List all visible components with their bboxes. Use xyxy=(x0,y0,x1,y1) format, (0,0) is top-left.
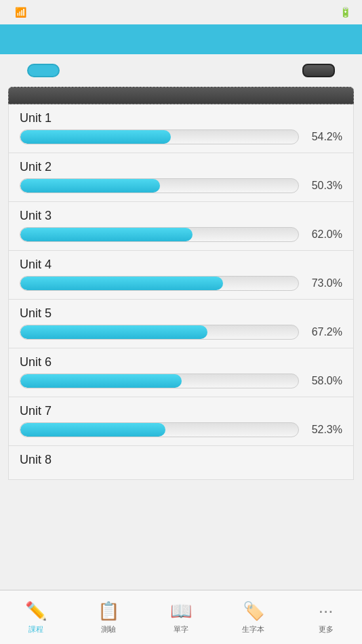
unit-name: Unit 8 xyxy=(20,453,342,467)
tab-item-more[interactable]: ···更多 xyxy=(306,601,346,635)
tab-bar: ✏️課程📋測驗📖單字🏷️生字本···更多 xyxy=(0,590,362,644)
list-item[interactable]: Unit 658.0% xyxy=(9,348,353,397)
reset-button[interactable] xyxy=(302,64,335,77)
unit-name: Unit 2 xyxy=(20,160,342,174)
list-item[interactable]: Unit 8 xyxy=(9,446,353,479)
list-item[interactable]: Unit 567.2% xyxy=(9,300,353,348)
progress-bar-fill xyxy=(20,277,223,290)
words-tab-icon: 📖 xyxy=(170,601,192,622)
status-bar: 📶 🔋 xyxy=(0,0,362,24)
more-tab-icon: ··· xyxy=(319,601,334,622)
unit-percent-label: 62.0% xyxy=(307,228,342,241)
progress-bar-container xyxy=(20,374,299,388)
unit-percent-label: 50.3% xyxy=(307,180,342,192)
wordbook-tab-label: 生字本 xyxy=(242,624,264,635)
progress-bar-fill xyxy=(20,179,160,193)
progress-bar-container xyxy=(20,422,299,437)
course-tab-icon: ✏️ xyxy=(25,601,47,622)
list-item[interactable]: Unit 154.2% xyxy=(9,104,353,153)
unit-percent-label: 54.2% xyxy=(307,131,342,143)
unit-name: Unit 4 xyxy=(20,258,342,272)
unit-progress-row: 62.0% xyxy=(20,227,342,242)
list-item[interactable]: Unit 473.0% xyxy=(9,251,353,300)
progress-bar-container xyxy=(20,276,299,291)
progress-bar-container xyxy=(20,178,299,193)
list-item[interactable]: Unit 752.3% xyxy=(9,397,353,446)
unit-progress-row: 73.0% xyxy=(20,276,342,291)
unit-progress-row: 58.0% xyxy=(20,374,342,388)
unit-name: Unit 5 xyxy=(20,306,342,321)
words-tab-label: 單字 xyxy=(174,624,188,635)
unit-percent-label: 52.3% xyxy=(307,424,342,436)
unit-progress-row: 52.3% xyxy=(20,422,342,437)
tab-item-course[interactable]: ✏️課程 xyxy=(16,601,56,635)
level-header xyxy=(8,87,354,104)
unit-name: Unit 1 xyxy=(20,111,342,125)
progress-bar-fill xyxy=(20,325,207,339)
wordbook-tab-icon: 🏷️ xyxy=(243,601,264,622)
progress-bar-container xyxy=(20,325,299,340)
test-tab-label: 測驗 xyxy=(101,624,116,635)
wifi-icon: 📶 xyxy=(15,7,26,18)
course-tab-label: 課程 xyxy=(28,624,43,635)
progress-bar-container xyxy=(20,227,299,242)
app-header xyxy=(0,24,362,54)
progress-bar-fill xyxy=(20,130,171,144)
test-tab-icon: 📋 xyxy=(98,601,119,622)
unit-percent-label: 58.0% xyxy=(307,375,342,387)
unit-progress-row: 54.2% xyxy=(20,129,342,144)
content-area: Unit 154.2%Unit 250.3%Unit 362.0%Unit 47… xyxy=(0,87,362,480)
progress-bar-fill xyxy=(20,423,165,437)
progress-bar-container xyxy=(20,129,299,144)
tab-item-wordbook[interactable]: 🏷️生字本 xyxy=(233,601,274,635)
list-item[interactable]: Unit 250.3% xyxy=(9,153,353,202)
unit-name: Unit 6 xyxy=(20,355,342,369)
progress-bar-fill xyxy=(20,374,182,388)
tab-item-test[interactable]: 📋測驗 xyxy=(88,601,129,635)
unit-name: Unit 3 xyxy=(20,209,342,223)
unit-progress-row: 67.2% xyxy=(20,325,342,340)
status-right: 🔋 xyxy=(340,7,351,18)
tab-item-words[interactable]: 📖單字 xyxy=(161,601,201,635)
toolbar xyxy=(0,54,362,87)
unit-progress-row: 50.3% xyxy=(20,178,342,193)
unit-name: Unit 7 xyxy=(20,404,342,418)
status-left: 📶 xyxy=(11,7,26,18)
unit-percent-label: 67.2% xyxy=(307,326,342,338)
progress-button[interactable] xyxy=(27,64,60,77)
more-tab-label: 更多 xyxy=(319,624,334,635)
list-item[interactable]: Unit 362.0% xyxy=(9,202,353,251)
unit-percent-label: 73.0% xyxy=(307,277,342,289)
battery-icon: 🔋 xyxy=(340,7,351,18)
progress-bar-fill xyxy=(20,228,193,241)
unit-list: Unit 154.2%Unit 250.3%Unit 362.0%Unit 47… xyxy=(8,104,354,480)
